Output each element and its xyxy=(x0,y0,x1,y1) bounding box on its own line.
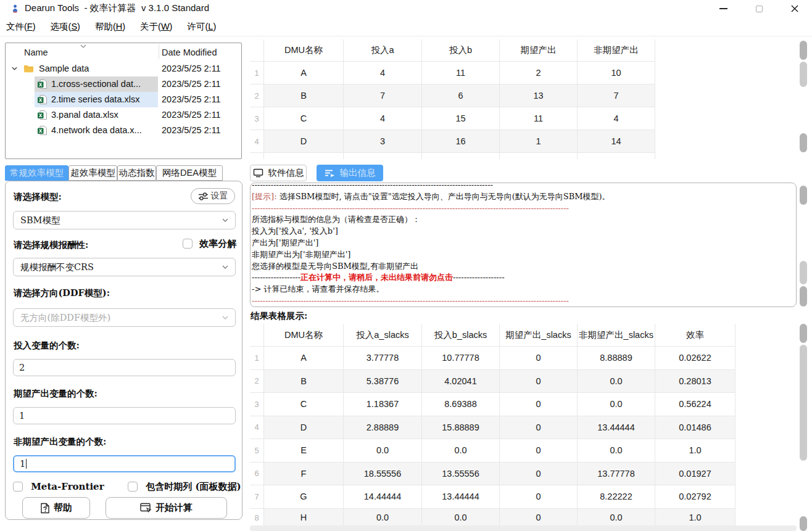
maximize-button[interactable] xyxy=(745,0,773,17)
scrollbar-thumb[interactable] xyxy=(800,286,807,307)
scrollbar-thumb[interactable] xyxy=(800,261,807,284)
menu-item-options[interactable]: 选项S xyxy=(49,20,81,34)
column-header[interactable]: 投入b xyxy=(422,39,500,62)
log-line: 投入为['投入a', '投入b'] xyxy=(252,226,795,237)
checkbox-icon[interactable] xyxy=(128,482,138,492)
menu-bar: 文件F 选项S 帮助H 关于W 许可L xyxy=(0,17,812,36)
run-window-icon xyxy=(140,503,152,513)
table-row[interactable]: 2 B 7 6 13 7 xyxy=(250,84,655,107)
efficiency-decompose-option[interactable]: 效率分解 xyxy=(183,238,236,250)
efficiency-decompose-label: 效率分解 xyxy=(199,238,236,249)
table-row[interactable]: 8 H 0.0 0.0 0 0.0 1.0 xyxy=(250,509,735,527)
tab-super-efficiency[interactable]: 超效率模型 xyxy=(68,165,117,181)
column-header[interactable]: 非期望产出 xyxy=(578,39,655,62)
scrollbar-thumb[interactable] xyxy=(800,324,807,343)
column-header[interactable]: 投入a xyxy=(344,39,422,62)
tab-standard-model[interactable]: 常规效率模型 xyxy=(5,165,68,181)
excel-file-icon xyxy=(37,125,48,136)
table-row[interactable]: 5 E 0.0 0.0 0 0.0 1.0 xyxy=(250,439,735,463)
menu-item-license[interactable]: 许可L xyxy=(186,20,217,34)
tab-network-dea[interactable]: 网络DEA模型 xyxy=(156,165,223,181)
expand-chevron-icon[interactable] xyxy=(11,66,18,71)
output-log-panel[interactable]: ----------------------------------------… xyxy=(250,183,797,307)
meta-frontier-option[interactable]: Meta-Frontier xyxy=(13,481,104,492)
tree-file-date: 2023/5/25 2:11 xyxy=(162,94,221,104)
tree-row-file-4[interactable]: 4.network dea data.x... 2023/5/25 2:11 xyxy=(6,123,241,138)
checkbox-icon[interactable] xyxy=(183,239,193,249)
tree-column-date[interactable]: Date Modified xyxy=(162,47,217,57)
scrollbar-thumb[interactable] xyxy=(800,186,807,205)
column-header[interactable]: 期望产出 xyxy=(500,39,578,62)
tree-row-file-1[interactable]: 1.cross-sectional dat... 2023/5/25 2:11 xyxy=(6,76,241,92)
tab-output-info[interactable]: 输出信息 xyxy=(317,165,383,181)
tree-column-separator xyxy=(159,44,159,59)
sliders-icon xyxy=(198,192,209,200)
column-header[interactable]: 非期望产出_slacks xyxy=(578,324,655,347)
tab-software-info[interactable]: 软件信息 xyxy=(250,165,307,181)
table-row[interactable]: 3 C 1.18367 8.69388 0 0.0 0.56224 xyxy=(250,393,735,416)
checkbox-icon[interactable] xyxy=(13,482,23,492)
excel-file-icon xyxy=(37,79,48,89)
text-cursor xyxy=(26,459,27,469)
table-row[interactable]: 1 A 4 11 2 10 xyxy=(250,62,655,84)
table-row[interactable]: 1 A 3.77778 10.77778 0 8.88889 0.02622 xyxy=(250,347,735,370)
horizontal-scrollbar[interactable] xyxy=(250,525,797,531)
scrollbar-thumb[interactable] xyxy=(800,41,807,60)
column-header[interactable]: 投入b_slacks xyxy=(422,324,500,347)
input-count-label: 投入变量的个数: xyxy=(14,340,80,352)
tree-file-label: 4.network dea data.x... xyxy=(51,125,142,135)
tree-row-file-3[interactable]: 3.panal data.xlsx 2023/5/25 2:11 xyxy=(6,107,241,123)
table-row[interactable]: 6 F 18.55556 13.55556 0 13.77778 0.01927 xyxy=(250,463,735,486)
tree-file-date: 2023/5/25 2:11 xyxy=(162,79,221,89)
table-row[interactable]: 3 C 4 15 11 4 xyxy=(250,107,655,130)
log-line: ----------------------------------------… xyxy=(252,295,795,307)
close-icon xyxy=(790,4,799,13)
file-tree-panel: Name Date Modified Sample data 2023/5/25… xyxy=(5,43,242,159)
close-button[interactable] xyxy=(781,0,809,17)
column-header[interactable]: DMU名称 xyxy=(264,324,344,347)
column-header[interactable]: 期望产出_slacks xyxy=(500,324,578,347)
tree-row-folder[interactable]: Sample data 2023/5/25 2:11 xyxy=(6,61,241,76)
model-select-label: 请选择模型: xyxy=(14,191,62,203)
bad-output-count-field[interactable]: 1 xyxy=(13,455,236,472)
panel-data-option[interactable]: 包含时期列 (面板数据) xyxy=(128,481,241,493)
menu-item-file[interactable]: 文件F xyxy=(5,20,37,34)
column-header[interactable]: 效率 xyxy=(655,324,735,347)
help-doc-icon xyxy=(40,503,50,514)
help-button[interactable]: 帮助 xyxy=(22,497,90,519)
log-line: -> 计算已结束，请查看并保存结果。 xyxy=(252,284,795,295)
log-line: [提示]: 选择SBM模型时, 请点击"设置"选定投入导向、产出导向与无导向(默… xyxy=(252,191,795,203)
column-header[interactable]: 投入a_slacks xyxy=(344,324,422,347)
settings-button[interactable]: 设置 xyxy=(191,188,235,204)
tab-dynamic-index[interactable]: 动态指数 xyxy=(117,165,156,181)
file-tree-header[interactable]: Name Date Modified xyxy=(6,43,241,60)
output-list-icon xyxy=(325,169,335,178)
tree-row-file-2[interactable]: 2.time series data.xlsx 2023/5/25 2:11 xyxy=(6,92,241,107)
model-select[interactable]: SBM模型 xyxy=(13,211,236,229)
good-output-count-label: 期望产出变量的个数: xyxy=(14,388,97,400)
menu-item-about[interactable]: 关于W xyxy=(139,20,173,34)
input-count-field[interactable]: 2 xyxy=(13,359,236,376)
minimize-button[interactable] xyxy=(709,0,737,17)
log-line: 您选择的模型是无导向SBM模型,有非期望产出 xyxy=(252,261,795,273)
ddf-select[interactable]: 无方向(除DDF模型外) xyxy=(13,308,236,327)
table-row[interactable]: 4 D 3 16 1 14 xyxy=(250,130,655,153)
table-row[interactable]: 7 G 14.44444 13.44444 0 8.22222 0.02792 xyxy=(250,485,735,509)
good-output-count-field[interactable]: 1 xyxy=(13,407,236,424)
maximize-icon xyxy=(756,6,763,12)
tree-file-date: 2023/5/25 2:11 xyxy=(162,110,221,120)
scrollbar-thumb[interactable] xyxy=(800,345,807,461)
tree-column-name[interactable]: Name xyxy=(24,47,48,57)
rts-select[interactable]: 规模报酬不变CRS xyxy=(13,258,236,276)
window-title: Dearun Tools - 效率计算器 v 3.1.0 Standard xyxy=(25,2,209,14)
scrollbar-thumb[interactable] xyxy=(800,516,807,531)
table-row[interactable]: 4 D 2.88889 15.88889 0 13.44444 0.01486 xyxy=(250,416,735,440)
scrollbar-thumb[interactable] xyxy=(800,133,807,152)
run-button[interactable]: 开始计算 xyxy=(106,497,227,519)
scrollbar-thumb[interactable] xyxy=(800,62,807,87)
panel-data-label: 包含时期列 (面板数据) xyxy=(146,481,241,492)
menu-item-help[interactable]: 帮助H xyxy=(94,20,126,34)
column-header[interactable]: DMU名称 xyxy=(264,39,344,62)
table-row[interactable]: 2 B 5.38776 4.02041 0 0.0 0.28013 xyxy=(250,370,735,393)
chevron-down-icon xyxy=(222,218,229,223)
